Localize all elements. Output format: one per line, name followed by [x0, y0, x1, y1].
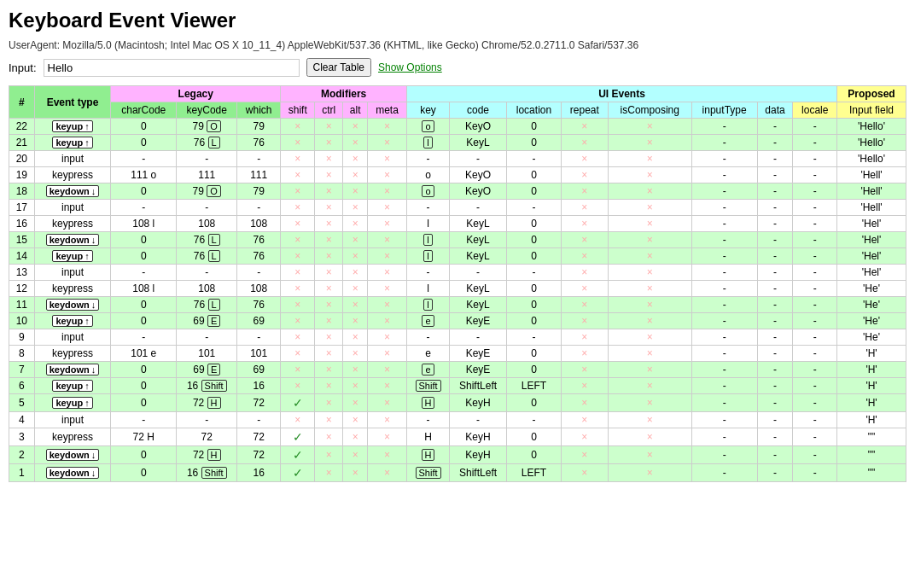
table-cell: e	[407, 313, 450, 329]
table-cell: KeyL	[450, 248, 507, 265]
table-cell: ×	[608, 281, 691, 297]
table-cell: 0	[507, 248, 562, 265]
table-cell: ✓	[281, 464, 315, 482]
cross-icon: ×	[384, 380, 390, 392]
table-cell: 0	[111, 446, 177, 464]
cross-icon: ×	[326, 331, 332, 343]
table-cell: 11	[9, 297, 35, 313]
table-cell: ×	[281, 119, 315, 135]
table-cell: ×	[343, 394, 368, 412]
table-cell: keyup ↑	[34, 135, 111, 151]
iscomposing-cross: ×	[647, 380, 653, 392]
iscomposing-cross: ×	[647, 331, 653, 343]
table-cell: -	[691, 151, 757, 167]
table-cell: ""	[837, 428, 906, 446]
iscomposing-cross: ×	[647, 431, 653, 443]
input-field-value: 'He'	[863, 299, 880, 311]
table-cell: 0	[111, 313, 177, 329]
check-icon: ✓	[293, 448, 303, 462]
input-field-value: 'H'	[865, 364, 877, 376]
table-cell: ×	[561, 329, 608, 346]
repeat-cross: ×	[581, 250, 587, 262]
table-cell: 0	[111, 394, 177, 412]
table-cell: 69	[237, 362, 281, 378]
input-field-value: 'Hel'	[862, 218, 882, 230]
table-cell: ×	[343, 329, 368, 346]
table-cell: -	[757, 362, 793, 378]
keydown-badge: keydown ↓	[46, 364, 100, 376]
col-repeat: repeat	[561, 102, 608, 119]
cross-icon: ×	[326, 397, 332, 409]
table-cell: ×	[608, 464, 691, 482]
table-cell: o	[407, 183, 450, 200]
table-cell: -	[691, 232, 757, 248]
table-cell: 0	[507, 394, 562, 412]
keycode-badge: O	[207, 120, 221, 132]
table-cell: -	[793, 297, 837, 313]
table-cell: l	[407, 232, 450, 248]
table-cell: 'Hell'	[837, 183, 906, 200]
table-cell: -	[757, 346, 793, 362]
input-label: Input:	[9, 61, 37, 74]
table-cell: H	[407, 428, 450, 446]
input-field-value: 'H'	[865, 347, 877, 359]
table-cell: -	[757, 412, 793, 428]
table-cell: -	[757, 151, 793, 167]
table-cell: ×	[608, 313, 691, 329]
iscomposing-cross: ×	[647, 218, 653, 230]
iscomposing-cross: ×	[647, 120, 653, 132]
table-cell: ×	[281, 329, 315, 346]
keyboard-input[interactable]	[44, 59, 300, 77]
table-cell: ×	[281, 297, 315, 313]
table-cell: 0	[507, 183, 562, 200]
table-cell: -	[237, 151, 281, 167]
keycode-badge: Shift	[201, 380, 227, 392]
table-cell: 0	[507, 428, 562, 446]
table-cell: ×	[368, 346, 407, 362]
cross-icon: ×	[353, 299, 358, 311]
keycode-badge: E	[207, 364, 220, 376]
table-cell: -	[793, 464, 837, 482]
cross-icon: ×	[294, 218, 300, 230]
clear-table-button[interactable]: Clear Table	[306, 58, 371, 77]
key-badge: o	[422, 120, 434, 132]
repeat-cross: ×	[581, 331, 587, 343]
table-cell: ×	[281, 135, 315, 151]
table-cell: 79	[237, 183, 281, 200]
keyup-badge: keyup ↑	[52, 315, 92, 327]
col-shift: shift	[281, 102, 315, 119]
cross-icon: ×	[294, 331, 300, 343]
table-cell: ×	[343, 119, 368, 135]
table-cell: -	[407, 151, 450, 167]
table-cell: -	[793, 167, 837, 183]
table-cell: 76	[237, 232, 281, 248]
table-cell: 0	[111, 232, 177, 248]
cross-icon: ×	[326, 234, 332, 246]
table-cell: -	[177, 412, 237, 428]
table-cell: -	[450, 412, 507, 428]
table-cell: LEFT	[507, 378, 562, 394]
cross-icon: ×	[353, 449, 358, 461]
table-cell: ×	[281, 216, 315, 232]
table-cell: ×	[343, 216, 368, 232]
table-cell: -	[793, 412, 837, 428]
table-cell: 101	[237, 346, 281, 362]
keyup-badge: keyup ↑	[52, 137, 92, 148]
input-field-value: 'H'	[865, 380, 877, 392]
table-cell: -	[793, 200, 837, 216]
show-options-link[interactable]: Show Options	[378, 61, 442, 73]
col-key: key	[407, 102, 450, 119]
table-cell: 1	[9, 464, 35, 482]
table-cell: 76 L	[177, 232, 237, 248]
table-cell: ×	[315, 313, 343, 329]
table-cell: -	[111, 412, 177, 428]
table-cell: -	[757, 248, 793, 265]
table-cell: -	[757, 265, 793, 281]
keycode-badge: L	[208, 234, 220, 246]
table-cell: keypress	[34, 346, 111, 362]
cross-icon: ×	[384, 431, 390, 443]
table-cell: -	[237, 412, 281, 428]
col-locale: locale	[793, 102, 837, 119]
table-cell: ×	[368, 313, 407, 329]
table-cell: l	[407, 281, 450, 297]
